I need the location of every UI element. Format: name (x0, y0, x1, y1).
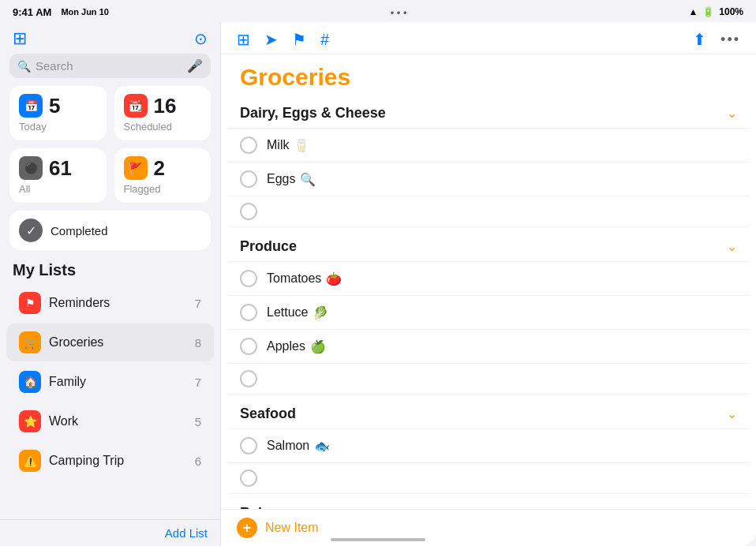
section-produce-chevron[interactable]: ⌄ (727, 239, 737, 254)
my-lists-header: My Lists (0, 258, 220, 284)
family-name: Family (49, 375, 187, 389)
list-item-work[interactable]: ⭐ Work 5 (6, 402, 214, 440)
salmon-checkbox[interactable] (240, 437, 257, 454)
salmon-text: Salmon 🐟 (267, 439, 330, 454)
add-list-button[interactable]: Add List (165, 526, 208, 540)
new-item-plus-button[interactable]: + (237, 518, 257, 538)
share-icon[interactable]: ⬆ (693, 30, 706, 49)
camping-icon: ⚠️ (19, 450, 41, 472)
scheduled-count: 16 (154, 95, 177, 116)
reminders-icon: ⚑ (19, 292, 41, 314)
list-item-reminders[interactable]: ⚑ Reminders 7 (6, 284, 214, 322)
section-bakery-header: Bakery ⌄ (227, 494, 750, 509)
apples-emoji: 🍏 (310, 339, 326, 354)
section-seafood-header: Seafood ⌄ (227, 395, 750, 429)
hashtag-icon[interactable]: # (320, 31, 329, 49)
completed-card[interactable]: ✓ Completed (9, 211, 211, 250)
completed-icon: ✓ (19, 219, 43, 242)
reminders-count: 7 (195, 297, 201, 310)
item-lettuce: Lettuce 🥬 (227, 296, 750, 330)
scheduled-icon: 📆 (124, 94, 148, 118)
family-count: 7 (195, 376, 201, 389)
produce-add-circle (240, 370, 257, 387)
status-icons: ▲ 🔋 100% (688, 6, 743, 17)
camping-name: Camping Trip (49, 454, 187, 468)
section-dairy: Dairy, Eggs & Cheese ⌄ Milk 🥛 Eggs 🔍 (227, 94, 750, 227)
work-icon: ⭐ (19, 410, 41, 432)
work-count: 5 (195, 415, 201, 428)
produce-add-row (227, 364, 750, 395)
eggs-checkbox[interactable] (240, 170, 257, 188)
location-icon[interactable]: ➤ (264, 30, 278, 49)
dairy-add-row (227, 196, 750, 227)
tomatoes-text: Tomatoes 🍅 (267, 271, 342, 286)
item-eggs: Eggs 🔍 (227, 163, 750, 196)
milk-emoji: 🥛 (294, 138, 309, 153)
scheduled-label: Scheduled (124, 121, 202, 133)
section-produce-title: Produce (240, 238, 297, 255)
flag-icon[interactable]: ⚑ (292, 30, 306, 49)
smart-list-scheduled[interactable]: 📆 16 Scheduled (114, 86, 211, 140)
section-dairy-chevron[interactable]: ⌄ (727, 106, 737, 121)
work-name: Work (49, 414, 187, 428)
more-icon[interactable]: ••• (720, 32, 740, 48)
main-toolbar: ⊞ ➤ ⚑ # ⬆ ••• (221, 22, 756, 54)
new-item-bar[interactable]: + New Item (221, 509, 756, 546)
toolbar-right: ⬆ ••• (693, 30, 740, 49)
sidebar-footer: Add List (0, 519, 220, 546)
section-produce-header: Produce ⌄ (227, 227, 750, 262)
smart-list-flagged[interactable]: 🚩 2 Flagged (114, 148, 211, 203)
milk-checkbox[interactable] (240, 136, 257, 154)
milk-text: Milk 🥛 (267, 138, 309, 153)
all-count: 61 (49, 158, 72, 178)
all-label: All (19, 183, 97, 195)
smart-lists: 📅 5 Today 📆 16 Scheduled (0, 86, 220, 211)
groceries-icon: 🛒 (19, 331, 41, 353)
salmon-emoji: 🐟 (314, 439, 330, 454)
lettuce-emoji: 🥬 (313, 305, 328, 320)
list-header: Groceries (221, 54, 756, 94)
item-tomatoes: Tomatoes 🍅 (227, 262, 750, 296)
flagged-count: 2 (154, 158, 165, 178)
today-count: 5 (49, 95, 60, 116)
section-produce: Produce ⌄ Tomatoes 🍅 Lettuce 🥬 (227, 227, 750, 395)
apples-checkbox[interactable] (240, 338, 257, 355)
sidebar-more-icon[interactable]: ⊙ (194, 29, 208, 48)
seafood-add-circle (240, 469, 257, 487)
smart-list-all[interactable]: ⚫ 61 All (9, 148, 107, 203)
list-title: Groceries (240, 64, 737, 91)
sidebar-header: ⊞ ⊙ (0, 22, 220, 54)
toolbar-left: ⊞ ➤ ⚑ # (237, 30, 329, 49)
groceries-name: Groceries (49, 335, 187, 350)
today-label: Today (19, 121, 97, 133)
eggs-emoji: 🔍 (300, 172, 316, 187)
search-input[interactable] (36, 59, 182, 73)
app-container: ⊞ ⊙ 🔍 🎤 📅 5 Today (0, 22, 756, 546)
battery-icon: 🔋 (702, 6, 714, 17)
sidebar-toggle-icon[interactable]: ⊞ (13, 28, 27, 49)
search-bar[interactable]: 🔍 🎤 (9, 54, 211, 78)
home-indicator (331, 538, 425, 541)
list-item-groceries[interactable]: 🛒 Groceries 8 (6, 323, 214, 361)
list-item-family[interactable]: 🏠 Family 7 (6, 363, 214, 401)
family-icon: 🏠 (19, 371, 41, 393)
list-item-camping[interactable]: ⚠️ Camping Trip 6 (6, 442, 214, 480)
search-icon: 🔍 (17, 60, 31, 73)
eggs-text: Eggs 🔍 (267, 172, 316, 187)
lettuce-checkbox[interactable] (240, 304, 257, 321)
new-item-label: New Item (265, 521, 319, 535)
dairy-add-circle (240, 203, 257, 220)
grid-icon[interactable]: ⊞ (237, 30, 250, 49)
item-apples: Apples 🍏 (227, 330, 750, 364)
tomatoes-checkbox[interactable] (240, 270, 257, 287)
list-items: ⚑ Reminders 7 🛒 Groceries 8 🏠 Family 7 (0, 284, 220, 519)
lettuce-text: Lettuce 🥬 (267, 305, 328, 320)
status-time: 9:41 AM (13, 6, 51, 18)
section-seafood-title: Seafood (240, 406, 296, 422)
smart-list-today[interactable]: 📅 5 Today (9, 86, 107, 140)
microphone-icon[interactable]: 🎤 (187, 58, 203, 73)
main-content: ⊞ ➤ ⚑ # ⬆ ••• Groceries Dairy, Eggs & Ch… (221, 22, 756, 546)
section-seafood-chevron[interactable]: ⌄ (727, 406, 737, 421)
item-milk: Milk 🥛 (227, 129, 750, 163)
all-icon: ⚫ (19, 156, 43, 180)
